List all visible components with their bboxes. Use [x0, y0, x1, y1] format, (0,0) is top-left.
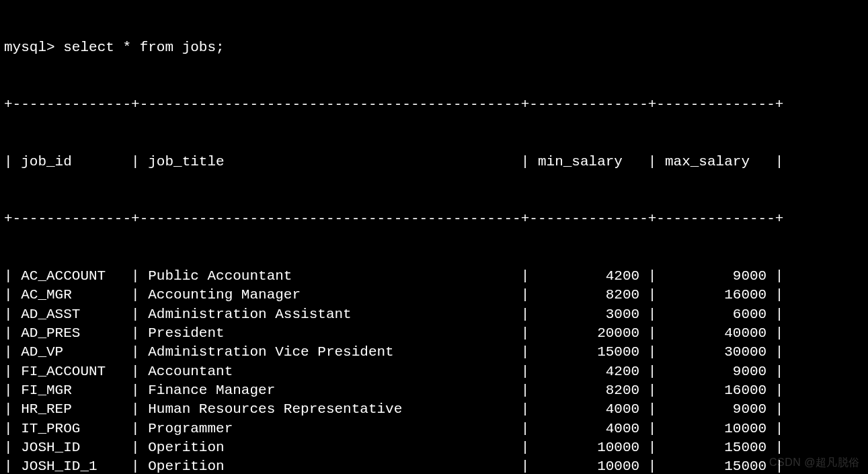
table-row: | AC_MGR | Accounting Manager | 8200 | 1… [4, 286, 864, 305]
table-row: | AD_ASST | Administration Assistant | 3… [4, 305, 864, 324]
table-row: | AC_ACCOUNT | Public Accountant | 4200 … [4, 267, 864, 286]
table-row: | FI_ACCOUNT | Accountant | 4200 | 9000 … [4, 362, 864, 381]
table-row: | JOSH_ID_1 | Operition | 10000 | 15000 … [4, 457, 864, 474]
table-border-top: +--------------+------------------------… [4, 95, 864, 114]
table-row: | JOSH_ID | Operition | 10000 | 15000 | [4, 438, 864, 457]
table-row: | AD_VP | Administration Vice President … [4, 343, 864, 362]
table-header-row: | job_id | job_title | min_salary | max_… [4, 153, 864, 171]
prompt-line: mysql> select * from jobs; [4, 38, 864, 57]
table-row: | HR_REP | Human Resources Representativ… [4, 400, 864, 419]
table-border-mid: +--------------+------------------------… [4, 210, 864, 229]
table-row: | IT_PROG | Programmer | 4000 | 10000 | [4, 420, 864, 438]
table-row: | FI_MGR | Finance Manager | 8200 | 1600… [4, 381, 864, 400]
table-row: | AD_PRES | President | 20000 | 40000 | [4, 324, 864, 343]
table-body: | AC_ACCOUNT | Public Accountant | 4200 … [4, 267, 864, 474]
mysql-terminal[interactable]: mysql> select * from jobs; +------------… [0, 0, 868, 474]
query-text: select * from jobs; [63, 40, 224, 55]
prompt-prefix: mysql> [4, 40, 63, 55]
